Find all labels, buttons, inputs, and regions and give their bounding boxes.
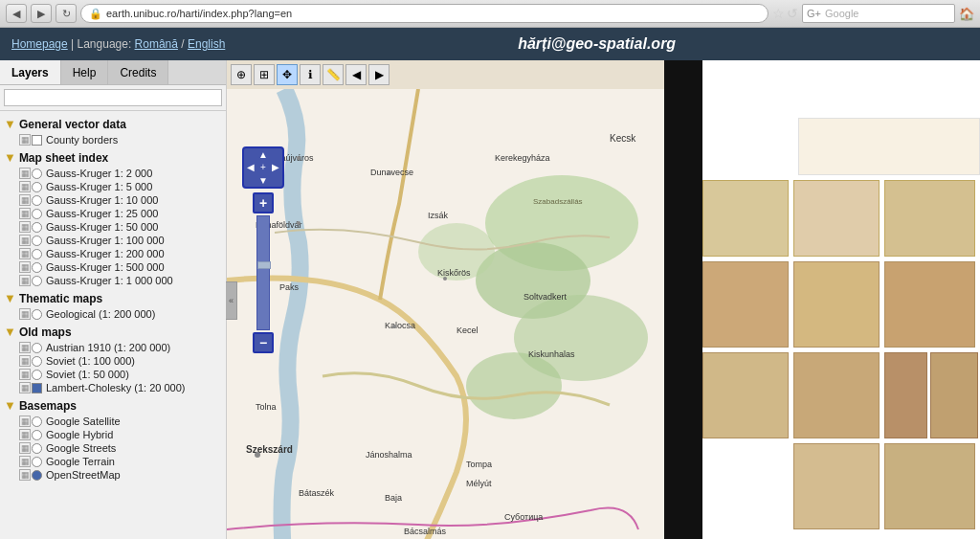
zoom-slider-handle[interactable] [257, 261, 271, 269]
layer-item[interactable]: ▦Austrian 1910 (1: 200 000) [2, 341, 224, 354]
layer-group-old-maps: ▼Old maps▦Austrian 1910 (1: 200 000)▦Sov… [2, 323, 224, 394]
sidebar-collapse-button[interactable]: « [226, 281, 237, 320]
layer-radio[interactable] [32, 276, 42, 286]
layer-checkbox[interactable] [32, 383, 42, 393]
map-toolbar-btn-arrow-left[interactable]: ◀ [345, 64, 367, 85]
map-toolbar-btn-navigate[interactable]: ⊕ [231, 64, 252, 85]
layer-radio[interactable] [32, 443, 42, 454]
layer-radio[interactable] [32, 236, 42, 246]
tab-help[interactable]: Help [61, 60, 109, 84]
layer-radio[interactable] [32, 309, 42, 320]
layer-item-label: Geological (1: 200 000) [46, 308, 155, 320]
layer-radio[interactable] [32, 262, 42, 273]
layer-radio[interactable] [32, 470, 42, 481]
layer-item-label: Gauss-Kruger 1: 500 000 [46, 261, 165, 273]
layer-item-label: Gauss-Kruger 1: 25 000 [46, 208, 158, 219]
layer-grid-icon: ▦ [19, 208, 31, 219]
layer-radio[interactable] [32, 209, 42, 219]
layer-item[interactable]: ▦Gauss-Kruger 1: 200 000 [2, 247, 224, 260]
refresh-button[interactable]: ↻ [56, 4, 77, 23]
pan-n[interactable]: ▲ [256, 148, 269, 161]
white-top-area [702, 60, 980, 118]
back-button[interactable]: ◀ [6, 4, 27, 23]
tab-layers[interactable]: Layers [0, 60, 61, 84]
layer-item[interactable]: ▦County borders [2, 133, 224, 146]
layer-item[interactable]: ▦Google Satellite [2, 415, 224, 428]
layer-group-header-old-maps[interactable]: ▼Old maps [2, 323, 224, 341]
pan-control[interactable]: ▲ ◀ + ▶ ▼ [242, 146, 284, 189]
layer-item-icons: ▦ [19, 429, 42, 440]
romana-link[interactable]: Română [135, 37, 178, 51]
layer-item[interactable]: ▦Geological (1: 200 000) [2, 307, 224, 321]
layer-item-icons: ▦ [19, 355, 42, 367]
folder-expand-icon: ▼ [4, 150, 16, 165]
layer-radio[interactable] [32, 249, 42, 259]
layer-radio[interactable] [32, 168, 42, 179]
english-link[interactable]: English [188, 37, 225, 51]
zoom-out-button[interactable]: − [253, 332, 274, 353]
nav-slash: / [181, 37, 188, 51]
layer-item[interactable]: ▦Gauss-Kruger 1: 50 000 [2, 220, 224, 234]
layer-radio[interactable] [32, 457, 42, 467]
pan-center[interactable]: + [256, 161, 269, 173]
address-bar[interactable]: 🔒 earth.unibuc.ro/harti/index.php?lang=e… [80, 4, 768, 23]
layer-item[interactable]: ▦Google Hybrid [2, 428, 224, 441]
forward-button[interactable]: ▶ [31, 4, 52, 23]
layer-item[interactable]: ▦Gauss-Kruger 1: 2 000 [2, 167, 224, 180]
group-label: Old maps [19, 326, 72, 339]
map-toolbar-btn-identify[interactable]: ℹ [300, 64, 321, 85]
map-tiles[interactable]: Dunaújváros Dunavecse Kerekegyháza Dunaf… [227, 89, 664, 539]
layer-radio[interactable] [32, 416, 42, 427]
layer-item[interactable]: ▦Soviet (1: 100 000) [2, 354, 224, 368]
pan-w[interactable]: ◀ [244, 161, 256, 173]
pan-s[interactable]: ▼ [256, 174, 269, 187]
layer-item[interactable]: ▦Gauss-Kruger 1: 5 000 [2, 180, 224, 193]
layer-item[interactable]: ▦Gauss-Kruger 1: 1 000 000 [2, 274, 224, 287]
pan-nw[interactable] [244, 148, 256, 161]
layer-item[interactable]: ▦Gauss-Kruger 1: 10 000 [2, 193, 224, 207]
layer-item[interactable]: ▦Gauss-Kruger 1: 25 000 [2, 207, 224, 220]
pan-ne[interactable] [270, 148, 282, 161]
layer-group-header-map-sheet-index[interactable]: ▼Map sheet index [2, 148, 224, 167]
pan-se[interactable] [270, 174, 282, 187]
pan-sw[interactable] [244, 174, 256, 187]
layer-item[interactable]: ▦Google Terrain [2, 455, 224, 468]
group-label: Basemaps [19, 399, 77, 413]
layer-radio[interactable] [32, 430, 42, 440]
map-toolbar-btn-measure[interactable]: 📏 [323, 64, 344, 85]
tab-credits[interactable]: Credits [108, 60, 168, 84]
layer-item[interactable]: ▦Gauss-Kruger 1: 100 000 [2, 234, 224, 247]
layer-grid-icon: ▦ [19, 235, 31, 246]
right-panel [664, 60, 980, 539]
layer-grid-icon: ▦ [19, 382, 31, 393]
svg-text:Baja: Baja [385, 493, 402, 503]
layer-checkbox[interactable] [32, 135, 42, 146]
layer-radio[interactable] [32, 343, 42, 353]
homepage-link[interactable]: Homepage [11, 37, 68, 51]
map-toolbar-btn-pan[interactable]: ✥ [277, 64, 298, 85]
map-toolbar-btn-zoom-box[interactable]: ⊞ [254, 64, 275, 85]
map-area[interactable]: ⊕⊞✥ℹ📏◀▶ Dun [227, 60, 664, 539]
layer-item-icons: ▦ [19, 134, 42, 146]
search-bar[interactable]: G+ Google [802, 4, 955, 23]
layer-group-header-basemaps[interactable]: ▼Basemaps [2, 396, 224, 415]
map-patch-8 [702, 352, 789, 438]
svg-point-30 [388, 171, 391, 175]
layer-search-input[interactable] [4, 89, 222, 106]
layer-group-header-thematic-maps[interactable]: ▼Thematic maps [2, 289, 224, 307]
layer-item[interactable]: ▦Soviet (1: 50 000) [2, 368, 224, 381]
layer-item[interactable]: ▦Gauss-Kruger 1: 500 000 [2, 260, 224, 274]
layer-item[interactable]: ▦OpenStreetMap [2, 468, 224, 482]
layer-radio[interactable] [32, 370, 42, 380]
layer-radio[interactable] [32, 195, 42, 206]
layer-item[interactable]: ▦Lambert-Cholesky (1: 20 000) [2, 381, 224, 394]
layer-radio[interactable] [32, 182, 42, 192]
layer-group-header-general-vector[interactable]: ▼General vector data [2, 115, 224, 133]
pan-e[interactable]: ▶ [270, 161, 282, 173]
zoom-slider[interactable] [256, 215, 270, 330]
map-toolbar-btn-arrow-right[interactable]: ▶ [368, 64, 390, 85]
layer-radio[interactable] [32, 356, 42, 367]
zoom-in-button[interactable]: + [253, 192, 274, 213]
layer-radio[interactable] [32, 222, 42, 233]
layer-item[interactable]: ▦Google Streets [2, 441, 224, 455]
